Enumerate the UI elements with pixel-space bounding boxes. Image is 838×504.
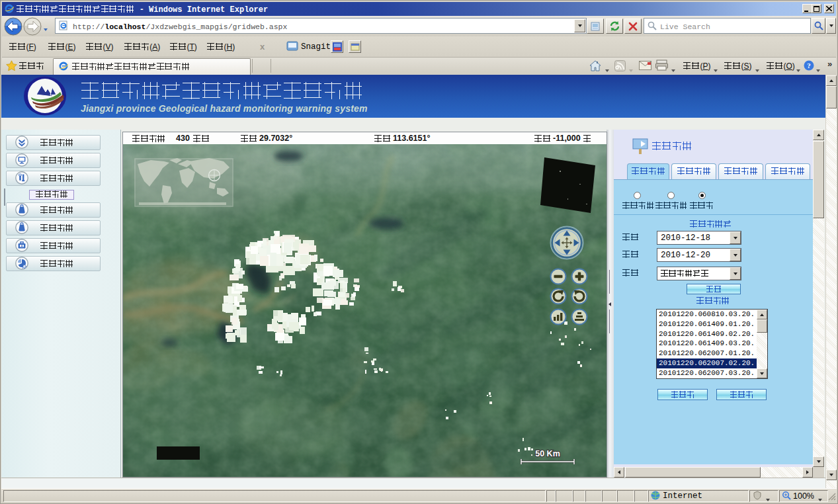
svg-text:?: ? — [807, 62, 811, 69]
svg-text:50 Km: 50 Km — [535, 449, 560, 458]
svg-text:A: A — [21, 245, 23, 247]
